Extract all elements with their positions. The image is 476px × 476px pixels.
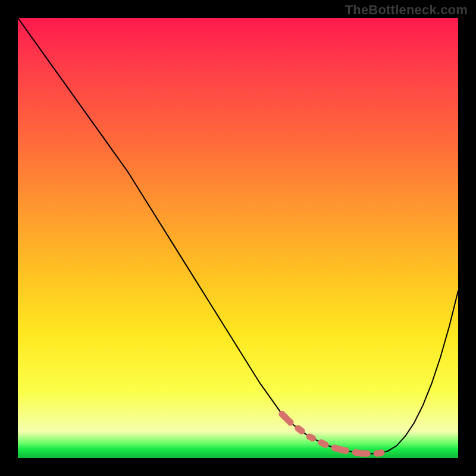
trough-dash-markers bbox=[282, 414, 388, 454]
chart-frame: TheBottleneck.com bbox=[0, 0, 476, 476]
watermark-text: TheBottleneck.com bbox=[345, 2, 468, 18]
bottleneck-curve bbox=[18, 18, 458, 454]
plot-area bbox=[18, 18, 458, 458]
curve-layer bbox=[18, 18, 458, 458]
